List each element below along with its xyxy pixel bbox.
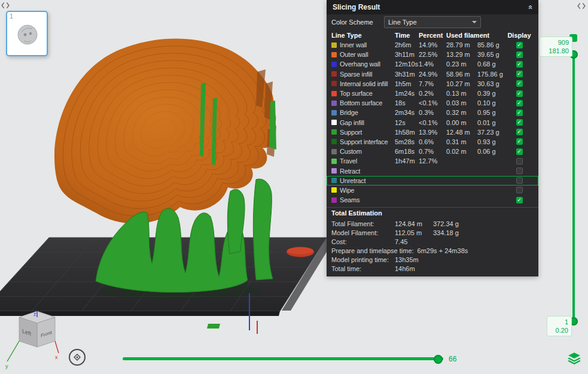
line-type-length: 13.29 m bbox=[446, 51, 477, 58]
line-type-length: 0.31 m bbox=[446, 138, 477, 145]
line-type-color-swatch bbox=[331, 81, 337, 86]
line-type-weight: 30.63 g bbox=[477, 80, 506, 87]
z-axis-label: z bbox=[33, 311, 36, 317]
line-type-time: 1h58m bbox=[395, 129, 419, 136]
display-checkbox[interactable] bbox=[516, 168, 523, 174]
line-type-row[interactable]: Outer wall 3h11m 22.5% 13.29 m 39.65 g ✓ bbox=[327, 50, 538, 59]
line-type-row[interactable]: Overhang wall 12m10s 1.4% 0.23 m 0.68 g … bbox=[327, 59, 538, 69]
line-type-time: 1h47m bbox=[395, 157, 419, 165]
display-checkbox[interactable] bbox=[516, 158, 523, 165]
header-time: Time bbox=[395, 32, 419, 39]
display-checkbox[interactable]: ✓ bbox=[516, 61, 523, 68]
color-scheme-row: Color Scheme Line Type bbox=[327, 14, 538, 30]
layer-slider-track[interactable] bbox=[572, 51, 575, 324]
estimation-value-2: 372.34 g bbox=[433, 220, 459, 227]
slicing-result-panel: Slicing Result « Color Scheme Line Type … bbox=[327, 0, 538, 276]
collapse-right-sidebar-icon[interactable] bbox=[577, 2, 586, 10]
collapse-left-sidebar-icon[interactable] bbox=[1, 1, 10, 10]
total-estimation-table: Total Filament: 124.84 m 372.34 g Model … bbox=[327, 219, 538, 273]
line-type-color-swatch bbox=[331, 42, 337, 48]
display-checkbox[interactable]: ✓ bbox=[516, 197, 523, 203]
line-type-time: 5m28s bbox=[395, 138, 419, 145]
layers-icon bbox=[568, 352, 580, 358]
line-type-row[interactable]: Retract bbox=[327, 166, 538, 175]
line-type-time: 3h11m bbox=[395, 51, 419, 58]
plate-thumbnail[interactable]: 1 bbox=[6, 11, 48, 56]
header-percent: Percent bbox=[419, 32, 446, 39]
line-type-time: 18s bbox=[395, 99, 419, 107]
estimation-value: 6m29s + 24m38s bbox=[418, 247, 468, 254]
line-type-color-swatch bbox=[331, 101, 337, 106]
line-type-percent: 12.7% bbox=[419, 157, 446, 165]
color-scheme-selected-value: Line Type bbox=[388, 19, 417, 26]
line-type-weight: 0.93 g bbox=[477, 138, 506, 145]
line-type-color-swatch bbox=[331, 159, 337, 164]
line-type-row[interactable]: Bottom surface 18s <0.1% 0.03 m 0.10 g ✓ bbox=[327, 98, 538, 108]
line-type-weight: 0.68 g bbox=[477, 60, 506, 68]
display-checkbox[interactable]: ✓ bbox=[516, 90, 523, 97]
y-axis-label: y bbox=[5, 363, 8, 369]
line-type-name: Inner wall bbox=[340, 41, 395, 48]
line-type-color-swatch bbox=[331, 149, 337, 154]
display-checkbox[interactable]: ✓ bbox=[516, 148, 523, 155]
line-type-name: Internal solid infill bbox=[340, 80, 395, 87]
color-scheme-dropdown[interactable]: Line Type bbox=[384, 16, 481, 28]
line-type-row[interactable]: Travel 1h47m 12.7% bbox=[327, 156, 538, 166]
line-type-row[interactable]: Unretract bbox=[327, 176, 538, 186]
auto-orient-button[interactable] bbox=[69, 349, 86, 366]
display-checkbox[interactable]: ✓ bbox=[516, 110, 523, 116]
top-layer-height: 181.80 bbox=[543, 47, 569, 55]
line-type-color-swatch bbox=[331, 91, 337, 96]
line-type-color-swatch bbox=[331, 110, 337, 115]
line-type-time: 12s bbox=[395, 119, 419, 126]
line-type-length: 58.96 m bbox=[446, 71, 477, 78]
estimation-value: 14h6m bbox=[395, 265, 433, 272]
display-checkbox[interactable] bbox=[516, 187, 523, 193]
line-type-row[interactable]: Wipe bbox=[327, 186, 538, 195]
chevron-down-icon bbox=[472, 21, 477, 23]
line-type-row[interactable]: Bridge 2m34s 0.3% 0.32 m 0.95 g ✓ bbox=[327, 108, 538, 117]
header-line-type: Line Type bbox=[331, 32, 395, 39]
header-display: Display bbox=[506, 32, 532, 39]
line-type-row[interactable]: Internal solid infill 1h5m 7.7% 10.27 m … bbox=[327, 79, 538, 89]
line-type-row[interactable]: Top surface 1m24s 0.2% 0.13 m 0.39 g ✓ bbox=[327, 89, 538, 98]
estimation-label: Model Filament: bbox=[331, 229, 395, 236]
line-type-weight: 85.86 g bbox=[477, 41, 506, 48]
line-type-time: 3h31m bbox=[395, 71, 419, 78]
estimation-label: Total Filament: bbox=[331, 220, 395, 227]
step-slider-track[interactable] bbox=[123, 357, 443, 360]
layers-view-button[interactable] bbox=[567, 351, 581, 366]
line-type-row[interactable]: Support 1h58m 13.9% 12.48 m 37.23 g ✓ bbox=[327, 127, 538, 137]
line-type-percent: <0.1% bbox=[419, 99, 446, 107]
line-type-row[interactable]: Support interface 5m28s 0.6% 0.31 m 0.93… bbox=[327, 137, 538, 147]
line-type-weight: 0.10 g bbox=[477, 99, 506, 107]
display-checkbox[interactable]: ✓ bbox=[516, 129, 523, 135]
display-checkbox[interactable]: ✓ bbox=[516, 100, 523, 107]
line-type-percent: 0.7% bbox=[419, 148, 446, 155]
line-type-row[interactable]: Gap infill 12s <0.1% 0.00 m 0.01 g ✓ bbox=[327, 118, 538, 127]
line-type-percent: 0.2% bbox=[419, 90, 446, 97]
line-type-row[interactable]: Inner wall 2h6m 14.9% 28.79 m 85.86 g ✓ bbox=[327, 40, 538, 50]
color-scheme-label: Color Scheme bbox=[331, 19, 384, 26]
line-type-row[interactable]: Custom 6m18s 0.7% 0.02 m 0.06 g ✓ bbox=[327, 147, 538, 156]
line-type-row[interactable]: Seams ✓ bbox=[327, 195, 538, 205]
panel-header: Slicing Result « bbox=[327, 0, 538, 14]
line-type-row[interactable]: Sparse infill 3h31m 24.9% 58.96 m 175.86… bbox=[327, 69, 538, 79]
line-type-time: 1m24s bbox=[395, 90, 419, 97]
estimation-label: Cost: bbox=[331, 238, 395, 245]
display-checkbox[interactable]: ✓ bbox=[516, 71, 523, 77]
line-type-name: Seams bbox=[340, 196, 395, 203]
display-checkbox[interactable]: ✓ bbox=[516, 138, 523, 145]
line-type-color-swatch bbox=[331, 129, 337, 135]
line-type-name: Bottom surface bbox=[340, 99, 395, 107]
display-checkbox[interactable] bbox=[516, 177, 523, 184]
line-type-weight: 175.86 g bbox=[477, 71, 506, 78]
display-checkbox[interactable]: ✓ bbox=[516, 51, 523, 58]
collapse-panel-icon[interactable]: « bbox=[526, 5, 534, 9]
orientation-cube[interactable]: Left Front z x y bbox=[5, 309, 72, 373]
display-checkbox[interactable]: ✓ bbox=[516, 119, 523, 126]
display-checkbox[interactable]: ✓ bbox=[516, 42, 523, 48]
display-checkbox[interactable]: ✓ bbox=[516, 80, 523, 87]
line-type-time: 12m10s bbox=[395, 60, 419, 68]
step-slider-handle[interactable] bbox=[434, 355, 443, 364]
